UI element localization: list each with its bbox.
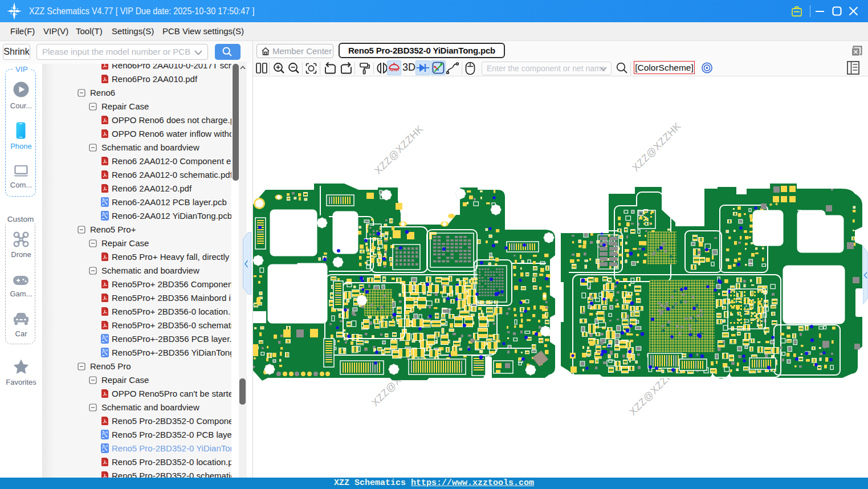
svg-text:XZZ@XZZHK: XZZ@XZZHK xyxy=(372,123,426,177)
svg-text:XZZ@XZZHK: XZZ@XZZHK xyxy=(630,120,683,174)
